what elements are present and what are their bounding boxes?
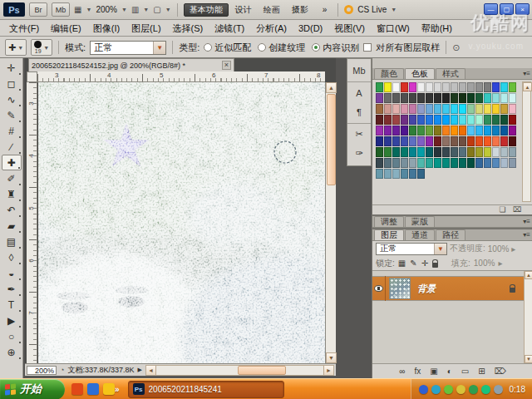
blur-tool[interactable]: ◊ bbox=[2, 249, 22, 265]
status-popup-button[interactable]: ▶ bbox=[138, 367, 142, 373]
adjust-group-tab-0[interactable]: 调整 bbox=[374, 216, 404, 227]
type-tool[interactable]: T bbox=[2, 297, 22, 313]
taskbar-task-button[interactable]: Ps 2006520211845241 bbox=[128, 381, 284, 398]
quick-launch-icon-2[interactable] bbox=[103, 383, 115, 395]
menu-item-3[interactable]: 图层(L) bbox=[126, 22, 166, 35]
arrange-documents-icon[interactable]: ▥ bbox=[131, 5, 139, 14]
color-swatch[interactable] bbox=[401, 136, 408, 146]
rotate-view-tool[interactable]: ⊕ bbox=[2, 344, 22, 360]
color-swatch[interactable] bbox=[409, 82, 416, 92]
link-layers-button[interactable]: ∞ bbox=[399, 367, 405, 376]
color-swatch[interactable] bbox=[376, 115, 383, 125]
status-zoom-field[interactable]: 200% bbox=[27, 366, 57, 375]
zoom-level-field[interactable]: 200% bbox=[96, 5, 117, 14]
color-swatch[interactable] bbox=[401, 147, 408, 157]
color-swatch[interactable] bbox=[392, 104, 400, 114]
color-swatch[interactable] bbox=[434, 104, 441, 114]
color-swatch[interactable] bbox=[492, 136, 500, 146]
color-swatch[interactable] bbox=[492, 126, 500, 135]
vertical-scroll-thumb[interactable] bbox=[327, 94, 336, 185]
color-swatch[interactable] bbox=[384, 126, 392, 135]
color-swatch[interactable] bbox=[426, 82, 433, 92]
color-swatch[interactable] bbox=[426, 136, 433, 146]
adjust-group-tab-1[interactable]: 蒙版 bbox=[405, 216, 435, 227]
color-swatch[interactable] bbox=[434, 82, 441, 92]
color-swatch[interactable] bbox=[417, 115, 425, 125]
color-swatch[interactable] bbox=[467, 82, 475, 92]
lock-position-icon[interactable]: ✛ bbox=[421, 259, 428, 268]
brush-panel-icon[interactable]: ✑ bbox=[349, 145, 369, 163]
color-swatch[interactable] bbox=[417, 158, 425, 168]
color-swatch[interactable] bbox=[442, 115, 450, 125]
shape-tool[interactable]: ○ bbox=[2, 328, 22, 344]
color-swatch[interactable] bbox=[442, 104, 450, 114]
opacity-slider-icon[interactable]: ▸ bbox=[511, 244, 515, 254]
color-group-menu-icon[interactable]: ▾≡ bbox=[523, 70, 530, 77]
color-swatch[interactable] bbox=[459, 115, 466, 125]
tray-icon-2[interactable] bbox=[444, 385, 453, 394]
cs-live-button[interactable]: CS Live bbox=[357, 5, 387, 14]
tablet-pressure-icon[interactable]: ⊙ bbox=[452, 42, 460, 53]
layers-group-menu-icon[interactable]: ▾≡ bbox=[523, 231, 530, 239]
color-swatch[interactable] bbox=[426, 158, 433, 168]
color-swatch[interactable] bbox=[384, 136, 392, 146]
color-swatch[interactable] bbox=[492, 104, 500, 114]
color-swatch[interactable] bbox=[500, 136, 508, 146]
lasso-tool[interactable]: ∿ bbox=[2, 91, 22, 107]
lock-image-pixels-icon[interactable]: ✎ bbox=[410, 259, 416, 268]
color-swatch[interactable] bbox=[417, 93, 425, 103]
color-swatch[interactable] bbox=[459, 136, 466, 146]
color-swatch[interactable] bbox=[426, 126, 433, 135]
color-swatch[interactable] bbox=[401, 93, 408, 103]
start-button[interactable]: 开始 bbox=[0, 379, 65, 399]
clone-stamp-tool[interactable]: ♜ bbox=[2, 186, 22, 202]
color-group-tab-2[interactable]: 样式 bbox=[436, 68, 466, 79]
color-swatch[interactable] bbox=[509, 115, 516, 125]
tray-icon-3[interactable] bbox=[456, 385, 466, 394]
color-swatch[interactable] bbox=[459, 104, 466, 114]
color-swatch[interactable] bbox=[500, 93, 508, 103]
color-swatch[interactable] bbox=[459, 147, 466, 157]
color-swatch[interactable] bbox=[451, 136, 458, 146]
color-swatch[interactable] bbox=[509, 136, 516, 146]
workspace-button-0[interactable]: 基本功能 bbox=[184, 3, 229, 17]
close-button[interactable]: × bbox=[515, 3, 530, 15]
color-swatch[interactable] bbox=[475, 93, 483, 103]
color-swatch[interactable] bbox=[467, 147, 475, 157]
color-swatch[interactable] bbox=[392, 126, 400, 135]
new-adjustment-layer-button[interactable]: ◐ bbox=[447, 367, 452, 376]
color-swatch[interactable] bbox=[442, 93, 450, 103]
workspace-button-2[interactable]: 绘画 bbox=[259, 3, 285, 17]
color-swatch[interactable] bbox=[401, 126, 408, 135]
color-swatch[interactable] bbox=[417, 104, 425, 114]
color-swatch[interactable] bbox=[475, 136, 483, 146]
pen-tool[interactable]: ✒ bbox=[2, 281, 22, 297]
lock-all-icon[interactable] bbox=[432, 263, 438, 268]
clone-source-panel-icon[interactable]: ✂ bbox=[349, 126, 369, 144]
color-swatch[interactable] bbox=[451, 126, 458, 135]
color-swatch[interactable] bbox=[500, 104, 508, 114]
document-tab[interactable]: 200652021184524152.jpg @ 200%(RGB/8#) * … bbox=[28, 58, 234, 71]
color-swatch[interactable] bbox=[392, 158, 400, 168]
color-swatch[interactable] bbox=[376, 169, 383, 179]
screen-mode-caret[interactable]: ▼ bbox=[165, 7, 171, 12]
vertical-scrollbar[interactable]: ▲ ▼ bbox=[325, 82, 336, 363]
color-swatch[interactable] bbox=[442, 147, 450, 157]
adjust-group-menu-icon[interactable]: ▾≡ bbox=[523, 218, 530, 225]
blend-mode-select[interactable]: 正常 ▼ bbox=[90, 41, 166, 55]
color-swatch[interactable] bbox=[451, 104, 458, 114]
menu-item-5[interactable]: 滤镜(T) bbox=[209, 22, 250, 35]
tray-icon-0[interactable] bbox=[419, 385, 428, 394]
color-swatch[interactable] bbox=[417, 136, 425, 146]
tray-icon-6[interactable] bbox=[494, 385, 503, 394]
color-swatch[interactable] bbox=[392, 169, 400, 179]
add-layer-mask-button[interactable]: ▣ bbox=[430, 367, 437, 376]
color-swatch[interactable] bbox=[459, 126, 466, 135]
color-swatch[interactable] bbox=[409, 158, 416, 168]
color-swatch[interactable] bbox=[475, 158, 483, 168]
quick-launch-icon-0[interactable] bbox=[71, 383, 83, 395]
color-swatch[interactable] bbox=[475, 126, 483, 135]
color-swatch[interactable] bbox=[392, 82, 400, 92]
layer-blend-mode-select[interactable]: 正常 ▼ bbox=[376, 243, 447, 255]
color-swatch[interactable] bbox=[376, 126, 383, 135]
